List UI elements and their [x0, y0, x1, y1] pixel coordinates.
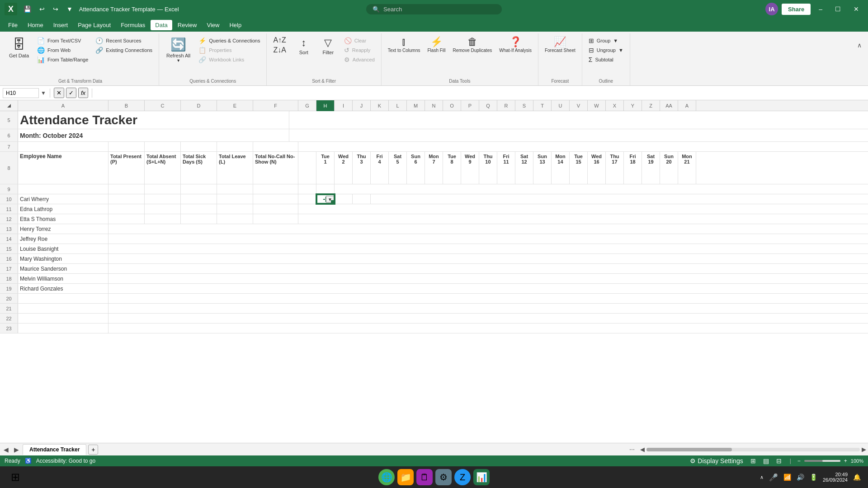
col-header-AB[interactable]: A — [678, 100, 696, 111]
queries-connections-button[interactable]: ⚡ Queries & Connections — [196, 36, 263, 45]
save-button[interactable]: 💾 — [22, 5, 33, 14]
col-header-F[interactable]: F — [253, 100, 298, 111]
col-header-J[interactable]: J — [353, 100, 371, 111]
day-header-14[interactable]: Mon14 — [552, 152, 570, 184]
cell-A5[interactable]: Attendance Tracker — [18, 111, 289, 129]
cell-A19[interactable]: Richard Gonzales — [18, 284, 108, 293]
col-header-U[interactable]: U — [552, 100, 570, 111]
cell-A13[interactable]: Henry Torrez — [18, 224, 108, 234]
cell-I10[interactable] — [335, 194, 353, 204]
cell-A8-header[interactable]: Employee Name — [18, 152, 108, 184]
taskbar-settings[interactable]: ⚙ — [435, 469, 452, 485]
day-header-10[interactable]: Thu10 — [479, 152, 497, 184]
col-header-T[interactable]: T — [533, 100, 552, 111]
filter-button[interactable]: ▽ Filter — [317, 35, 340, 57]
workbook-links-button[interactable]: 🔗 Workbook Links — [196, 55, 263, 64]
reapply-button[interactable]: ↺ Reapply — [341, 46, 377, 55]
cell-D10[interactable] — [181, 194, 217, 204]
menu-insert[interactable]: Insert — [49, 20, 73, 30]
search-box[interactable]: 🔍 Search — [366, 4, 502, 14]
cell-F9[interactable] — [253, 184, 298, 194]
col-header-C[interactable]: C — [145, 100, 181, 111]
row-num-16[interactable]: 16 — [0, 254, 18, 263]
day-header-11[interactable]: Fri11 — [497, 152, 515, 184]
cell-A18[interactable]: Melvin Williamson — [18, 274, 108, 283]
day-header-16[interactable]: Wed16 — [588, 152, 606, 184]
clear-button[interactable]: 🚫 Clear — [341, 36, 377, 45]
day-header-20[interactable]: Sun20 — [660, 152, 678, 184]
existing-connections-button[interactable]: 🔗 Existing Connections — [93, 46, 155, 55]
cell-D7[interactable] — [181, 142, 217, 151]
col-header-M[interactable]: M — [407, 100, 425, 111]
cell-A10[interactable]: Cari Wherry — [18, 194, 108, 204]
day-header-12[interactable]: Sat12 — [515, 152, 533, 184]
day-header-7[interactable]: Mon7 — [425, 152, 443, 184]
row-num-15[interactable]: 15 — [0, 244, 18, 253]
page-layout-view-button[interactable]: ▤ — [761, 456, 771, 465]
day-header-15[interactable]: Tue15 — [570, 152, 588, 184]
cell-E11[interactable] — [217, 204, 253, 214]
zoom-out-icon[interactable]: − — [797, 458, 801, 464]
cell-C7[interactable] — [145, 142, 181, 151]
cell-B8-header[interactable]: Total Present (P) — [108, 152, 145, 184]
cell-G8[interactable] — [298, 152, 316, 184]
cell-A16[interactable]: Mary Washington — [18, 254, 108, 263]
cell-H10[interactable]: ✛ ▼ — [316, 194, 335, 204]
day-header-1[interactable]: Tue1 — [316, 152, 335, 184]
row-num-9[interactable]: 9 — [0, 184, 18, 194]
ungroup-button[interactable]: ⊟ Ungroup ▼ — [586, 46, 626, 55]
day-header-9[interactable]: Wed9 — [461, 152, 479, 184]
cell-D12[interactable] — [181, 214, 217, 224]
share-button[interactable]: Share — [782, 4, 811, 15]
taskbar-speaker-icon[interactable]: 🔊 — [797, 474, 804, 481]
minimize-button[interactable]: – — [814, 4, 827, 14]
day-header-4[interactable]: Fri4 — [371, 152, 389, 184]
col-header-B[interactable]: B — [108, 100, 145, 111]
hscroll-left-button[interactable]: ◀ — [640, 446, 645, 453]
properties-button[interactable]: 📋 Properties — [196, 46, 263, 55]
undo-button[interactable]: ↩ — [38, 5, 47, 14]
cell-A11[interactable]: Edna Lathrop — [18, 204, 108, 214]
cell-D11[interactable] — [181, 204, 217, 214]
hscroll-right-button[interactable]: ▶ — [862, 446, 866, 453]
row-num-13[interactable]: 13 — [0, 224, 18, 234]
day-header-21[interactable]: Mon21 — [678, 152, 696, 184]
taskbar-chevron[interactable]: ∧ — [760, 474, 764, 480]
row-num-21[interactable]: 21 — [0, 304, 18, 313]
taskbar-clock[interactable]: 20:49 26/09/2024 — [823, 472, 848, 483]
day-header-8[interactable]: Tue8 — [443, 152, 461, 184]
cell-C8-header[interactable]: Total Absent (S+L+N) — [145, 152, 181, 184]
day-header-6[interactable]: Sun6 — [407, 152, 425, 184]
cell-F8-header[interactable]: Total No-Call No-Show (N) — [253, 152, 298, 184]
row-num-17[interactable]: 17 — [0, 264, 18, 273]
day-header-5[interactable]: Sat5 — [389, 152, 407, 184]
cell-B10[interactable] — [108, 194, 145, 204]
col-header-S[interactable]: S — [515, 100, 533, 111]
row-num-7[interactable]: 7 — [0, 142, 18, 151]
col-header-E[interactable]: E — [217, 100, 253, 111]
col-header-K[interactable]: K — [371, 100, 389, 111]
day-header-13[interactable]: Sun13 — [533, 152, 552, 184]
normal-view-button[interactable]: ⊞ — [749, 456, 758, 465]
cell-A7[interactable] — [18, 142, 108, 151]
sort-asc-button[interactable]: A↑Z — [270, 35, 288, 45]
col-header-Z[interactable]: Z — [642, 100, 660, 111]
page-break-view-button[interactable]: ⊟ — [774, 456, 783, 465]
cell-B12[interactable] — [108, 214, 145, 224]
cell-G9[interactable] — [298, 184, 316, 194]
scroll-sheets-right[interactable]: ▶ — [12, 445, 21, 454]
col-header-V[interactable]: V — [570, 100, 588, 111]
col-header-W[interactable]: W — [588, 100, 606, 111]
row-num-22[interactable]: 22 — [0, 314, 18, 323]
windows-start-button[interactable]: ⊞ — [7, 469, 24, 485]
hscroll-thumb[interactable] — [646, 448, 732, 451]
taskbar-chrome[interactable]: 🌐 — [378, 469, 395, 485]
col-header-H[interactable]: H — [316, 100, 335, 111]
cell-F10[interactable] — [253, 194, 298, 204]
menu-formulas[interactable]: Formulas — [116, 20, 150, 30]
cell-F12[interactable] — [253, 214, 298, 224]
from-text-csv-button[interactable]: 📄 From Text/CSV — [34, 36, 91, 45]
cell-F11[interactable] — [253, 204, 298, 214]
zoom-slider[interactable] — [804, 460, 840, 462]
cell-E12[interactable] — [217, 214, 253, 224]
